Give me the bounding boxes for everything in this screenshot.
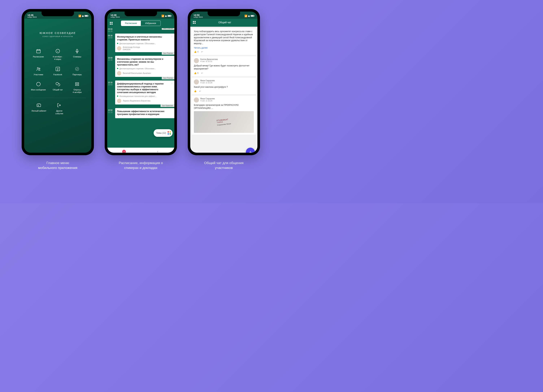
time-end: 10:50 bbox=[108, 84, 114, 86]
grid-icon[interactable] bbox=[192, 21, 196, 24]
schedule-card[interactable]: ☆ Дифференцированный подход к терапии си… bbox=[115, 80, 174, 105]
id-icon bbox=[36, 102, 42, 108]
fab-label: Темы (12) bbox=[156, 132, 166, 134]
share-button[interactable]: ↩ bbox=[201, 50, 203, 53]
schedule-screen: Расписание Избранное 09:0009:30 Зал Плат… bbox=[107, 19, 174, 153]
menu-label: Общий чат bbox=[53, 89, 63, 91]
svg-point-4 bbox=[39, 68, 40, 69]
svg-point-3 bbox=[37, 67, 39, 69]
chat-post[interactable]: Хочу поблагодарить весь оргкомитет конгр… bbox=[192, 28, 256, 55]
exit-icon bbox=[56, 102, 62, 108]
menu-profile[interactable]: Личный кабинет bbox=[30, 102, 48, 115]
like-count: 6 bbox=[197, 72, 198, 74]
svg-rect-10 bbox=[75, 84, 79, 85]
menu-my-messages[interactable]: Мои сообщения bbox=[30, 81, 47, 94]
svg-rect-16 bbox=[193, 21, 194, 22]
speaker-name: Лариса Вадимовна Берзегова bbox=[123, 100, 150, 102]
menu-facebook[interactable]: Facebook bbox=[49, 66, 66, 76]
post-time: 4 окт. в 15:31 bbox=[200, 60, 218, 62]
battery-icon bbox=[251, 15, 254, 17]
star-icon[interactable]: ☆ bbox=[171, 57, 173, 60]
time-end: 11:10 bbox=[108, 111, 114, 113]
svg-rect-11 bbox=[37, 104, 41, 107]
svg-rect-2 bbox=[77, 49, 78, 52]
app-subtitle: СОЮЗ ЗДОРОВЬЯ И КРАСОТЫ bbox=[24, 36, 91, 37]
notch bbox=[208, 11, 240, 16]
like-count: 4 bbox=[197, 50, 198, 53]
schedule-card[interactable]: Повышение эффективности эстетических про… bbox=[115, 108, 174, 118]
day-tabs: 3 СРЕДА 4 ЧЕТВЕРГ bbox=[107, 148, 174, 153]
track-label: Диспансеризация старения. Обоснован... bbox=[119, 67, 156, 70]
notch bbox=[41, 11, 74, 16]
time-end: 10:30 bbox=[108, 59, 114, 61]
svg-rect-17 bbox=[195, 21, 196, 22]
time-start: 10:00 bbox=[108, 57, 114, 59]
menu-schedule[interactable]: Расписание bbox=[30, 48, 47, 61]
menu-label: Партнеры bbox=[73, 73, 82, 76]
like-button[interactable]: 👍 bbox=[194, 90, 197, 92]
svg-rect-18 bbox=[193, 23, 194, 24]
schedule-card[interactable]: ☆ Механизмы старения на молекулярном и к… bbox=[115, 56, 174, 77]
svg-rect-13 bbox=[112, 22, 113, 23]
menu-general-chat[interactable]: Общий чат bbox=[49, 81, 66, 94]
phone-3: 14:50 ◂ App Store 📶 ◈ Общий чат Хочу поб… bbox=[188, 9, 260, 155]
time-start: 10:30 bbox=[108, 82, 114, 84]
chat-post[interactable]: Вера Сидорова4 окт. в 15:26 Какой угол н… bbox=[192, 78, 256, 94]
menu-speakers[interactable]: Спикеры bbox=[68, 48, 86, 61]
menu-label: 4 октября - 4 опрос bbox=[53, 56, 63, 61]
menu-label: Мои сообщения bbox=[31, 89, 46, 91]
battery-icon bbox=[168, 15, 171, 17]
tab-thursday[interactable]: 4 ЧЕТВЕРГ bbox=[141, 148, 174, 153]
track-dot bbox=[117, 68, 118, 69]
menu-label: Другое событие bbox=[55, 110, 63, 115]
phone-2: 14:48 ◂ App Store 📶 ◈ Расписание Избранн… bbox=[105, 9, 177, 155]
menu-label: Участники bbox=[34, 73, 43, 76]
battery-icon bbox=[85, 15, 88, 17]
menu-partners[interactable]: Партнеры bbox=[68, 66, 86, 76]
seg-favorites[interactable]: Избранное bbox=[141, 21, 160, 26]
wifi-icon: ◈ bbox=[82, 15, 84, 17]
speaker-name: Александр Коляда bbox=[123, 46, 140, 48]
like-button[interactable]: 👍 6 bbox=[194, 72, 198, 74]
themes-fab[interactable]: Темы (12) bbox=[154, 129, 173, 137]
facebook-icon bbox=[55, 66, 61, 72]
svg-point-8 bbox=[56, 83, 58, 85]
seg-schedule[interactable]: Расписание bbox=[121, 21, 141, 26]
menu-polls[interactable]: Опросы 4 октября bbox=[68, 81, 86, 94]
info-icon bbox=[55, 48, 61, 54]
track-label: Инновационные технологии для эффект... bbox=[119, 95, 157, 97]
segmented-control: Расписание Избранное bbox=[121, 21, 161, 26]
polls-icon bbox=[74, 81, 80, 87]
room-tag: Зал Платан bbox=[162, 77, 174, 79]
back-appstore[interactable]: ◂ App Store bbox=[193, 16, 203, 18]
tab-wednesday[interactable]: 3 СРЕДА bbox=[107, 148, 141, 153]
share-button[interactable]: ↩ bbox=[199, 90, 201, 92]
schedule-card[interactable]: ☆ Молекулярные и клеточные механизмы ста… bbox=[115, 34, 174, 52]
track-dot bbox=[117, 43, 118, 44]
back-appstore[interactable]: ◂ App Store bbox=[28, 16, 37, 18]
signal-icon: 📶 bbox=[78, 15, 81, 17]
status-time: 14:46 bbox=[28, 14, 37, 16]
menu-participants[interactable]: Участники bbox=[30, 66, 47, 76]
phone-1: 14:46 ◂ App Store 📶 ◈ ЮЖНОЕ СОЗВЕЗДИЕ СО… bbox=[22, 9, 94, 155]
signal-icon: 📶 bbox=[244, 15, 247, 17]
tab-day-number: 4 bbox=[156, 150, 159, 153]
compose-fab[interactable]: + bbox=[246, 148, 255, 153]
track-label: Диспансеризация старения. Обоснован... bbox=[119, 42, 156, 45]
chat-post[interactable]: Вера Сидорова4 окт. в 15:25 Благодарю ор… bbox=[192, 96, 256, 135]
menu-other-event[interactable]: Другое событие bbox=[50, 102, 69, 115]
avatar bbox=[117, 99, 121, 103]
star-icon[interactable]: ☆ bbox=[171, 82, 173, 85]
back-appstore[interactable]: ◂ App Store bbox=[110, 16, 120, 18]
card-title: Механизмы старения на молекулярном и кле… bbox=[117, 58, 173, 67]
read-more-link[interactable]: Читать далее bbox=[194, 47, 254, 49]
svg-rect-12 bbox=[110, 22, 111, 23]
star-icon[interactable]: ☆ bbox=[171, 35, 173, 38]
grid-icon[interactable] bbox=[109, 22, 113, 25]
chat-post[interactable]: Бэлла Джанчатова4 окт. в 15:31 Добрый ве… bbox=[192, 56, 256, 76]
share-button[interactable]: ↩ bbox=[201, 72, 203, 74]
menu-poll-today[interactable]: 4 октября - 4 опрос bbox=[49, 48, 66, 61]
certificate-image[interactable]: РТИФИКАТ ТНИКА Сидорова Вера bbox=[194, 111, 254, 133]
svg-rect-19 bbox=[195, 23, 196, 24]
like-button[interactable]: 👍 4 bbox=[194, 50, 198, 53]
